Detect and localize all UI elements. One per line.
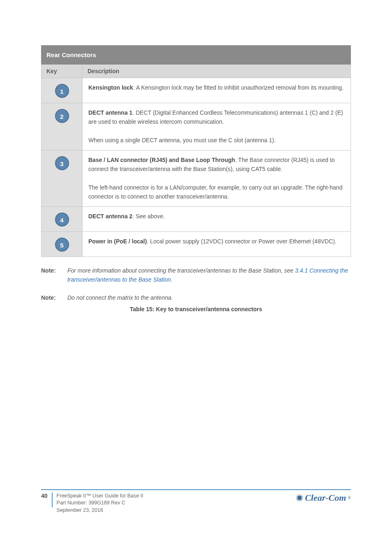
note-block-1: Note: For more information about connect… — [41, 266, 351, 284]
row-body: A Kensington lock may be fitted to inhib… — [136, 84, 344, 91]
note-label: Note: — [41, 293, 66, 302]
brand-icon — [296, 494, 303, 502]
table-row: 1 Kensington lock. A Kensington lock may… — [42, 78, 351, 103]
row-tail: When using a single DECT antenna, you mu… — [88, 137, 276, 143]
desc-cell: DECT antenna 1. DECT (Digital Enhanced C… — [83, 103, 351, 150]
page-footer: 40 FreeSpeak II™ User Guide for Base II … — [41, 489, 351, 514]
note-text: For more information about connecting th… — [67, 266, 348, 284]
desc-cell: Base / LAN connector (RJ45) and Base Loo… — [83, 150, 351, 206]
key-cell: 5 — [42, 231, 83, 257]
table-group-header: Rear Connectors — [42, 46, 351, 65]
page-number: 40 — [41, 493, 52, 499]
table-row: 2 DECT antenna 1. DECT (Digital Enhanced… — [42, 103, 351, 150]
key-cell: 1 — [42, 78, 83, 103]
bullet-icon: 5 — [55, 238, 69, 252]
row-body: Local power supply (12VDC) connector or … — [150, 238, 337, 245]
row-label: DECT antenna 2 — [88, 213, 132, 220]
key-cell: 2 — [42, 103, 83, 150]
footer-divider — [52, 493, 53, 507]
col-header-key: Key — [42, 65, 83, 78]
key-cell: 4 — [42, 206, 83, 231]
note-label: Note: — [41, 266, 66, 275]
row-tail: The left-hand connector is for a LAN/com… — [88, 184, 342, 200]
bullet-icon: 4 — [55, 213, 69, 227]
row-label: Base / LAN connector (RJ45) and Base Loo… — [88, 157, 235, 163]
row-label: DECT antenna 1 — [88, 109, 132, 116]
table-caption: Table 15: Key to transceiver/antenna con… — [41, 306, 351, 312]
table-row: 5 Power in (PoE / local). Local power su… — [42, 231, 351, 257]
bullet-icon: 2 — [55, 109, 69, 123]
footer-left: 40 FreeSpeak II™ User Guide for Base II … — [41, 493, 143, 514]
table-row: 3 Base / LAN connector (RJ45) and Base L… — [42, 150, 351, 206]
brand-logo: Clear-Com® — [296, 493, 351, 503]
doc-info: FreeSpeak II™ User Guide for Base II Par… — [57, 493, 143, 514]
table-row: 4 DECT antenna 2. See above. — [42, 206, 351, 231]
desc-cell: Kensington lock. A Kensington lock may b… — [83, 78, 351, 103]
row-body: See above. — [136, 213, 165, 220]
desc-cell: DECT antenna 2. See above. — [83, 206, 351, 231]
row-label: Kensington lock — [88, 84, 133, 91]
bullet-icon: 3 — [55, 156, 69, 170]
row-label: Power in (PoE / local) — [88, 238, 147, 245]
col-header-desc: Description — [83, 65, 351, 78]
key-cell: 3 — [42, 150, 83, 206]
rear-connectors-table: Rear Connectors Key Description 1 Kensin… — [41, 45, 351, 257]
note-text: Do not connect the matrix to the antenna… — [67, 293, 348, 302]
note-block-2: Note: Do not connect the matrix to the a… — [41, 293, 351, 302]
bullet-icon: 1 — [55, 84, 69, 98]
footer-rule — [41, 489, 351, 490]
desc-cell: Power in (PoE / local). Local power supp… — [83, 231, 351, 257]
